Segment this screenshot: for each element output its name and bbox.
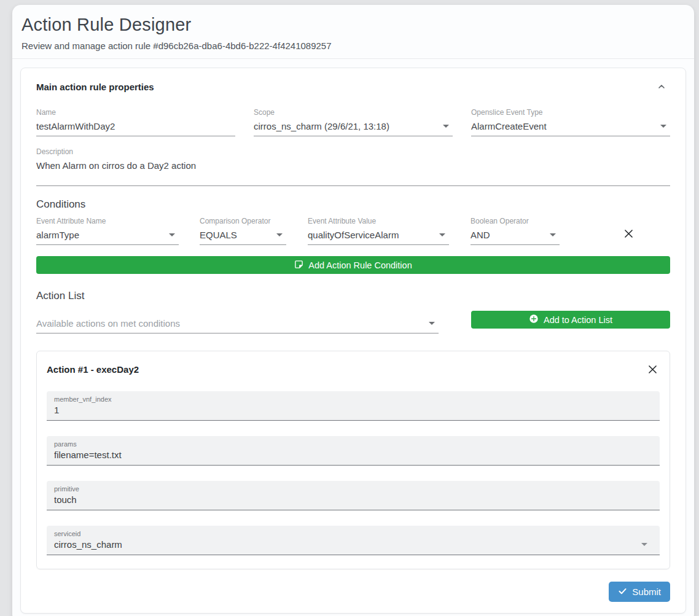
note-icon [294,260,303,271]
action-card-title: Action #1 - execDay2 [47,364,139,375]
dropdown-arrow-icon [169,233,175,236]
action-card: Action #1 - execDay2 member_vnf_index pa… [36,351,670,569]
dropdown-arrow-icon [439,233,445,236]
chevron-up-icon [657,84,666,93]
name-field-wrap: Name [36,108,235,136]
attribute-value-select-value: qualityOfServiceAlarm [308,230,399,240]
primitive-field: primitive [47,481,660,510]
event-type-field-wrap: Openslice Event Type AlarmCreateEvent [471,108,670,136]
boolean-operator-select[interactable]: AND [471,230,560,245]
description-label: Description [36,147,670,156]
serviceid-select-value: cirros_ns_charm [54,539,122,550]
event-type-select-value: AlarmCreateEvent [471,121,547,131]
page-subtitle: Review and manage action rule #d96cb26a-… [21,41,684,51]
attribute-value-label: Event Attribute Value [308,217,449,225]
remove-action-button[interactable] [646,362,660,376]
conditions-title: Conditions [36,198,670,211]
action-list-title: Action List [36,290,670,302]
serviceid-field[interactable]: serviceid cirros_ns_charm [47,526,660,555]
add-condition-button[interactable]: Add Action Rule Condition [36,256,670,274]
event-type-select[interactable]: AlarmCreateEvent [471,121,670,136]
attribute-name-label: Event Attribute Name [36,217,179,225]
add-condition-button-label: Add Action Rule Condition [308,260,412,270]
attribute-name-select[interactable]: alarmType [36,230,179,245]
header-divider [12,58,694,59]
member-vnf-index-input[interactable] [54,405,652,415]
name-input[interactable] [36,121,235,136]
boolean-operator-field-wrap: Boolean Operator AND [471,217,560,245]
page-header: Action Rule Designer Review and manage a… [12,5,694,58]
attribute-name-field-wrap: Event Attribute Name alarmType [36,217,179,245]
add-to-action-list-button[interactable]: Add to Action List [471,311,670,329]
collapse-panel-button[interactable] [653,82,670,93]
submit-button[interactable]: Submit [609,582,670,602]
comparison-operator-select-value: EQUALS [200,230,237,240]
primitive-label: primitive [54,485,652,493]
attribute-value-select[interactable]: qualityOfServiceAlarm [308,230,449,245]
action-list-row: Available actions on met conditions Add … [36,311,670,333]
dropdown-arrow-icon [641,543,647,546]
dropdown-arrow-icon [550,233,556,236]
remove-condition-button[interactable] [622,227,636,241]
page-title: Action Rule Designer [21,15,684,35]
check-icon [618,587,627,598]
scope-select-value: cirros_ns_charm (29/6/21, 13:18) [254,121,389,131]
add-circle-icon [529,314,539,326]
comparison-operator-label: Comparison Operator [200,217,286,225]
submit-button-label: Submit [632,587,661,597]
description-field-wrap: Description [36,147,670,186]
dropdown-arrow-icon [429,322,435,325]
comparison-operator-field-wrap: Comparison Operator EQUALS [200,217,286,245]
dropdown-arrow-icon [276,233,283,236]
serviceid-label: serviceid [54,530,652,537]
main-properties-card: Main action rule properties Name Scope c… [20,68,686,614]
boolean-operator-label: Boolean Operator [471,217,560,225]
page-card: Action Rule Designer Review and manage a… [12,5,694,616]
params-field: params [47,436,660,466]
available-actions-field-wrap: Available actions on met conditions [36,318,439,333]
available-actions-placeholder: Available actions on met conditions [36,318,180,329]
primitive-input[interactable] [54,494,652,505]
member-vnf-index-label: member_vnf_index [54,396,652,403]
add-to-action-list-button-label: Add to Action List [544,315,612,325]
boolean-operator-select-value: AND [471,230,490,240]
attribute-name-select-value: alarmType [36,230,79,240]
params-label: params [54,440,652,448]
dropdown-arrow-icon [443,125,449,128]
scope-select[interactable]: cirros_ns_charm (29/6/21, 13:18) [254,121,453,136]
name-label: Name [36,108,235,117]
event-type-label: Openslice Event Type [471,108,670,117]
dropdown-arrow-icon [660,125,666,128]
condition-row: Event Attribute Name alarmType Compariso… [36,217,670,245]
close-icon [647,368,658,377]
close-icon [623,232,635,241]
attribute-value-field-wrap: Event Attribute Value qualityOfServiceAl… [308,217,449,245]
main-card-title: Main action rule properties [36,82,154,92]
member-vnf-index-field: member_vnf_index [47,391,660,421]
scope-label: Scope [254,108,453,117]
available-actions-select[interactable]: Available actions on met conditions [36,318,439,333]
params-input[interactable] [54,450,652,460]
description-input[interactable] [36,160,670,186]
comparison-operator-select[interactable]: EQUALS [200,230,286,245]
scope-field-wrap: Scope cirros_ns_charm (29/6/21, 13:18) [254,108,453,136]
